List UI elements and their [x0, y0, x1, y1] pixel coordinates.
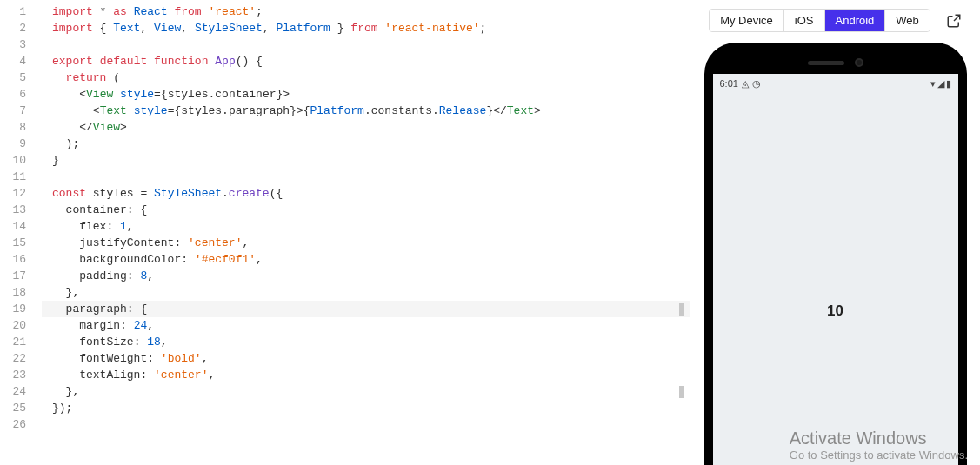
line-number: 23 — [0, 367, 26, 383]
code-line[interactable]: backgroundColor: '#ecf0f1', — [42, 251, 690, 268]
line-number: 5 — [0, 70, 26, 86]
line-number: 20 — [0, 317, 26, 334]
code-line[interactable]: import * as React from 'react'; — [42, 3, 690, 20]
line-number: 2 — [0, 20, 26, 37]
code-line[interactable]: }); — [42, 400, 690, 416]
code-line[interactable]: } — [42, 152, 690, 169]
code-line[interactable]: paragraph: { — [42, 301, 690, 317]
line-number: 22 — [0, 350, 26, 367]
windows-activation-watermark: Activate Windows Go to Settings to activ… — [790, 428, 968, 462]
line-number: 25 — [0, 400, 26, 416]
code-area[interactable]: import * as React from 'react';import { … — [42, 0, 690, 465]
code-line[interactable]: fontSize: 18, — [42, 334, 690, 350]
line-number: 26 — [0, 416, 26, 433]
code-line[interactable]: ); — [42, 136, 690, 152]
device-tabs: My Device iOS Android Web — [709, 9, 930, 32]
code-line[interactable]: fontWeight: 'bold', — [42, 350, 690, 367]
code-line[interactable]: }, — [42, 383, 690, 400]
device-frame: 6:01 ◬ ◷ ▾ ◢ ▮ 10 — [704, 43, 967, 465]
line-number: 19 — [0, 301, 26, 317]
code-line[interactable]: margin: 24, — [42, 317, 690, 334]
line-number: 17 — [0, 268, 26, 284]
device-bezel-top — [713, 51, 958, 74]
line-number-gutter: 1234567891011121314151617181920212223242… — [0, 0, 42, 465]
tab-ios[interactable]: iOS — [784, 10, 825, 31]
camera-icon — [855, 58, 863, 67]
code-line[interactable]: return ( — [42, 70, 690, 86]
code-line[interactable]: padding: 8, — [42, 268, 690, 284]
line-number: 21 — [0, 334, 26, 350]
line-number: 10 — [0, 152, 26, 169]
watermark-title: Activate Windows — [790, 428, 968, 448]
code-line[interactable] — [42, 37, 690, 53]
line-number: 13 — [0, 202, 26, 218]
line-number: 15 — [0, 235, 26, 251]
line-number: 11 — [0, 169, 26, 185]
app-output-text: 10 — [827, 302, 843, 320]
tab-android[interactable]: Android — [825, 10, 886, 31]
code-line[interactable]: container: { — [42, 202, 690, 218]
code-line[interactable]: </View> — [42, 119, 690, 136]
bracket-match-marker — [679, 303, 684, 316]
speaker-icon — [808, 61, 844, 65]
preview-tab-bar: My Device iOS Android Web — [709, 9, 962, 32]
device-screen: 6:01 ◬ ◷ ▾ ◢ ▮ 10 — [713, 74, 958, 465]
code-line[interactable]: <Text style={styles.paragraph}>{Platform… — [42, 103, 690, 119]
line-number: 6 — [0, 86, 26, 103]
line-number: 3 — [0, 37, 26, 53]
line-number: 8 — [0, 119, 26, 136]
code-line[interactable]: textAlign: 'center', — [42, 367, 690, 383]
code-line[interactable]: justifyContent: 'center', — [42, 235, 690, 251]
line-number: 16 — [0, 251, 26, 268]
watermark-subtitle: Go to Settings to activate Windows. — [790, 448, 968, 462]
tab-web[interactable]: Web — [885, 10, 930, 31]
line-number: 18 — [0, 284, 26, 301]
line-number: 7 — [0, 103, 26, 119]
code-line[interactable]: export default function App() { — [42, 53, 690, 70]
code-line[interactable]: <View style={styles.container}> — [42, 86, 690, 103]
line-number: 12 — [0, 185, 26, 202]
code-line[interactable]: }, — [42, 284, 690, 301]
line-number: 4 — [0, 53, 26, 70]
open-external-icon[interactable] — [946, 13, 962, 29]
app-content: 10 — [713, 74, 958, 465]
code-line[interactable] — [42, 169, 690, 185]
code-line[interactable]: const styles = StyleSheet.create({ — [42, 185, 690, 202]
code-editor[interactable]: 1234567891011121314151617181920212223242… — [0, 0, 690, 465]
tab-my-device[interactable]: My Device — [710, 10, 784, 31]
line-number: 24 — [0, 383, 26, 400]
line-number: 9 — [0, 136, 26, 152]
code-line[interactable]: import { Text, View, StyleSheet, Platfor… — [42, 20, 690, 37]
code-line[interactable]: flex: 1, — [42, 218, 690, 235]
bracket-match-marker — [679, 386, 684, 398]
line-number: 14 — [0, 218, 26, 235]
preview-pane: My Device iOS Android Web 6:01 ◬ ◷ — [690, 0, 980, 465]
code-line[interactable] — [42, 416, 690, 433]
line-number: 1 — [0, 3, 26, 20]
